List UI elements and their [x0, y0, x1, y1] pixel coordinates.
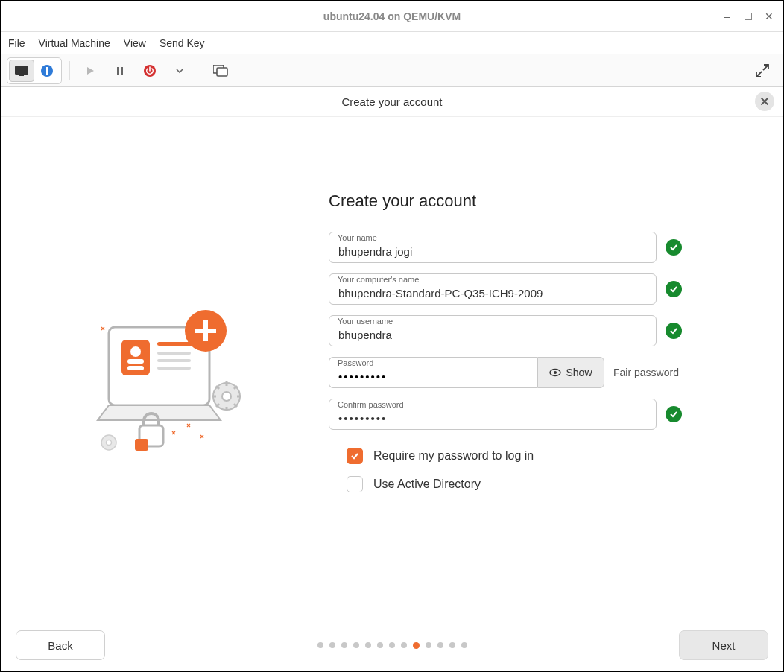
progress-dot: [377, 642, 383, 648]
installer-header-title: Create your account: [341, 95, 442, 108]
account-illustration: [31, 147, 314, 619]
svg-rect-4: [46, 69, 48, 75]
progress-dot: [389, 642, 395, 648]
password-label: Password: [338, 358, 373, 367]
svg-rect-10: [217, 68, 227, 76]
progress-dot: [461, 642, 467, 648]
show-password-button[interactable]: Show: [537, 357, 604, 388]
console-view-button[interactable]: [9, 60, 34, 82]
installer-content: Create your account Your name Your compu…: [1, 117, 783, 619]
progress-dot: [329, 642, 335, 648]
power-menu-dropdown[interactable]: [167, 60, 192, 82]
progress-dot: [341, 642, 347, 648]
window-titlebar: ubuntu24.04 on QEMU/KVM – ✕: [1, 1, 783, 32]
svg-rect-7: [121, 67, 123, 75]
svg-rect-20: [157, 367, 191, 370]
check-ok-icon: [666, 323, 682, 339]
installer-close-button[interactable]: [755, 92, 774, 111]
confirm-password-label: Confirm password: [338, 400, 404, 409]
svg-rect-0: [15, 66, 28, 75]
check-ok-icon: [666, 406, 682, 422]
svg-rect-19: [157, 359, 191, 362]
eye-icon: [549, 368, 561, 377]
vm-toolbar: [1, 54, 783, 87]
progress-dot: [353, 642, 359, 648]
progress-dot: [437, 642, 443, 648]
svg-point-14: [130, 346, 141, 357]
menu-send-key[interactable]: Send Key: [159, 37, 205, 49]
svg-rect-23: [195, 329, 216, 333]
snapshots-button[interactable]: [208, 60, 233, 82]
installer-footer: Back Next: [1, 619, 783, 671]
check-ok-icon: [666, 239, 682, 256]
password-strength-text: Fair password: [613, 367, 679, 378]
require-password-checkbox[interactable]: [347, 448, 363, 464]
svg-rect-16: [127, 366, 144, 370]
svg-rect-6: [117, 67, 119, 75]
details-view-button[interactable]: [34, 60, 60, 82]
power-button[interactable]: [137, 60, 162, 82]
fullscreen-button[interactable]: [755, 63, 770, 78]
progress-dot: [317, 642, 323, 648]
active-directory-label: Use Active Directory: [373, 478, 481, 491]
svg-rect-18: [157, 352, 191, 355]
window-title: ubuntu24.04 on QEMU/KVM: [323, 10, 461, 22]
window-controls: – ✕: [721, 10, 776, 22]
progress-dots: [317, 642, 467, 649]
show-password-label: Show: [566, 367, 592, 378]
name-input[interactable]: [329, 232, 657, 263]
computer-name-label: Your computer's name: [338, 275, 419, 284]
maximize-icon[interactable]: [745, 13, 752, 20]
next-button[interactable]: Next: [679, 630, 768, 660]
minimize-icon[interactable]: –: [721, 10, 734, 22]
pause-button[interactable]: [107, 60, 133, 82]
check-ok-icon: [666, 281, 682, 297]
svg-point-47: [554, 371, 557, 374]
progress-dot: [413, 642, 420, 649]
installer-header: Create your account: [1, 87, 783, 117]
svg-rect-35: [135, 439, 148, 451]
name-label: Your name: [338, 233, 377, 242]
form-heading: Create your account: [329, 191, 731, 211]
progress-dot: [449, 642, 455, 648]
play-button[interactable]: [78, 60, 103, 82]
menu-view[interactable]: View: [124, 37, 146, 49]
username-label: Your username: [338, 317, 393, 326]
svg-point-37: [107, 440, 112, 446]
svg-rect-3: [46, 67, 48, 69]
menubar: File Virtual Machine View Send Key: [1, 32, 783, 54]
progress-dot: [426, 642, 431, 648]
svg-marker-5: [87, 67, 94, 75]
require-password-label: Require my password to log in: [373, 449, 534, 463]
active-directory-checkbox[interactable]: [347, 476, 363, 492]
svg-point-25: [222, 392, 231, 401]
menu-file[interactable]: File: [8, 37, 25, 49]
account-form: Create your account Your name Your compu…: [329, 147, 731, 619]
close-icon[interactable]: ✕: [762, 10, 776, 22]
progress-dot: [401, 642, 407, 648]
back-button[interactable]: Back: [16, 630, 105, 660]
svg-rect-15: [127, 359, 144, 364]
menu-virtual-machine[interactable]: Virtual Machine: [39, 37, 110, 49]
progress-dot: [365, 642, 371, 648]
svg-rect-1: [19, 75, 24, 76]
